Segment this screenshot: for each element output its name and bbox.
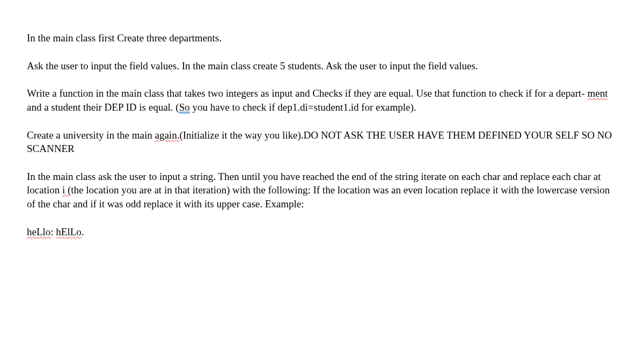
text: you have to check if dep1.di=student1.id… xyxy=(190,102,416,113)
paragraph-6: heLlo: hElLo. xyxy=(27,225,617,239)
text: . xyxy=(82,226,84,237)
paragraph-4: Create a university in the main again.(I… xyxy=(27,128,617,156)
text: the location you are at in that iteratio… xyxy=(27,184,610,209)
paragraph-1: In the main class first Create three dep… xyxy=(27,31,617,45)
spellcheck-hello2: hElLo xyxy=(56,226,82,237)
paragraph-5: In the main class ask the user to input … xyxy=(27,170,617,211)
grammarcheck-so: So xyxy=(179,102,190,113)
spellcheck-ment: ment xyxy=(587,88,608,99)
spellcheck-again: again.( xyxy=(155,129,182,141)
text: Write a function in the main class that … xyxy=(27,88,587,99)
text: : xyxy=(50,226,56,237)
spellcheck-hello1: heLlo xyxy=(27,226,50,237)
text: Ask the user to input the field values. … xyxy=(27,60,478,71)
paragraph-2: Ask the user to input the field values. … xyxy=(27,59,617,73)
paragraph-3: Write a function in the main class that … xyxy=(27,86,617,114)
text: In the main class first Create three dep… xyxy=(27,32,222,44)
spellcheck-i: i ( xyxy=(62,184,71,196)
text: Create a university in the main xyxy=(27,129,155,141)
text: and a student their DEP ID is equal. ( xyxy=(27,102,179,113)
